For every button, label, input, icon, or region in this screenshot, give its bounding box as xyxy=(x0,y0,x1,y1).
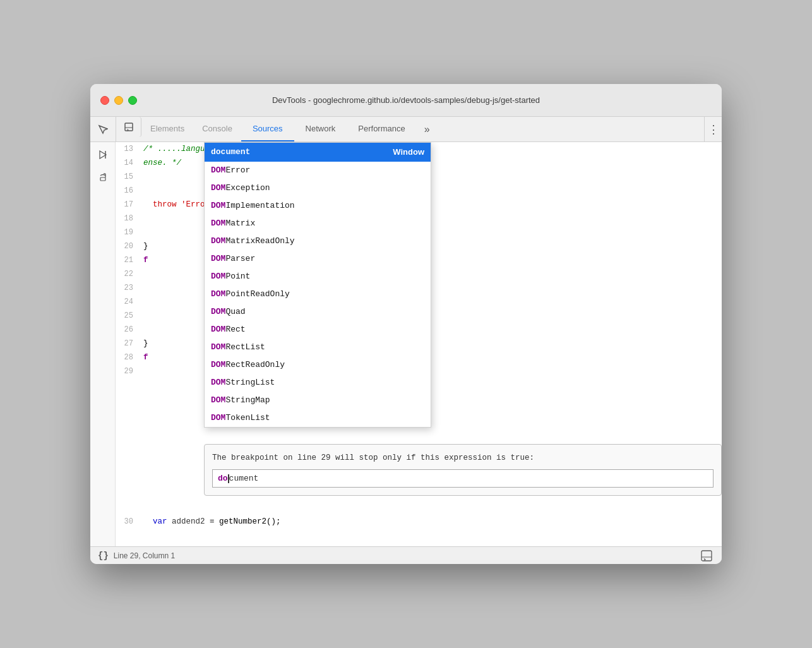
tab-list: Elements Console Sources Network Perform… xyxy=(116,117,704,141)
status-right xyxy=(699,548,714,563)
sidebar xyxy=(90,142,116,546)
autocomplete-item-DOMParser[interactable]: DOMParser xyxy=(205,250,431,268)
format-icon[interactable]: {} xyxy=(98,551,109,561)
tab-performance[interactable]: Performance xyxy=(347,117,416,141)
autocomplete-item-DOMMatrix[interactable]: DOMMatrix xyxy=(205,215,431,232)
autocomplete-header: document Window xyxy=(205,143,431,162)
autocomplete-item-DOMException[interactable]: DOMException xyxy=(205,179,431,197)
tab-elements[interactable]: Elements xyxy=(141,117,193,141)
toolbar-left xyxy=(90,117,116,141)
step-over-button[interactable] xyxy=(93,167,113,188)
inspect-icon[interactable] xyxy=(90,117,116,142)
breakpoint-message: The breakpoint on line 29 will stop only… xyxy=(212,453,534,462)
traffic-lights xyxy=(100,96,137,105)
autocomplete-item-DOMStringMap[interactable]: DOMStringMap xyxy=(205,392,431,409)
autocomplete-selected-item: document xyxy=(211,145,250,159)
toolbar: Elements Console Sources Network Perform… xyxy=(90,117,722,142)
tab-console[interactable]: Console xyxy=(193,117,241,141)
more-tabs-button[interactable]: » xyxy=(417,117,438,141)
autocomplete-item-DOMRect[interactable]: DOMRect xyxy=(205,321,431,339)
autocomplete-scope: Window xyxy=(393,145,424,159)
resume-button[interactable] xyxy=(93,145,113,165)
main-content: 13 /* .....language governing permission… xyxy=(90,142,722,546)
code-editor[interactable]: 13 /* .....language governing permission… xyxy=(116,142,722,546)
devtools-menu-button[interactable]: ⋮ xyxy=(704,117,722,142)
autocomplete-item-DOMStringList[interactable]: DOMStringList xyxy=(205,374,431,392)
autocomplete-item-DOMImplementation[interactable]: DOMImplementation xyxy=(205,197,431,215)
minimize-button[interactable] xyxy=(114,96,123,105)
status-bar: {} Line 29, Column 1 xyxy=(90,546,722,564)
breakpoint-tooltip: The breakpoint on line 29 will stop only… xyxy=(204,444,722,496)
autocomplete-item-DOMRectReadOnly[interactable]: DOMRectReadOnly xyxy=(205,356,431,374)
autocomplete-item-DOMQuad[interactable]: DOMQuad xyxy=(205,303,431,321)
autocomplete-item-DOMError[interactable]: DOMError xyxy=(205,162,431,179)
svg-rect-6 xyxy=(100,177,105,181)
console-toggle-button[interactable] xyxy=(699,548,714,563)
devtools-window: DevTools - googlechrome.github.io/devtoo… xyxy=(90,84,722,564)
fullscreen-button[interactable] xyxy=(128,96,137,105)
console-drawer-toggle[interactable] xyxy=(116,117,141,137)
svg-rect-0 xyxy=(125,123,133,131)
autocomplete-item-DOMMatrixReadOnly[interactable]: DOMMatrixReadOnly xyxy=(205,232,431,250)
code-line-30: 30 var addend2 = getNumber2(); xyxy=(116,515,722,529)
cursor-position: Line 29, Column 1 xyxy=(114,551,175,560)
status-left: {} Line 29, Column 1 xyxy=(98,551,175,561)
breakpoint-input[interactable]: document xyxy=(212,469,713,488)
autocomplete-item-DOMPointReadOnly[interactable]: DOMPointReadOnly xyxy=(205,285,431,303)
tab-sources[interactable]: Sources xyxy=(241,117,294,141)
title-bar: DevTools - googlechrome.github.io/devtoo… xyxy=(90,84,722,117)
window-title: DevTools - googlechrome.github.io/devtoo… xyxy=(272,95,540,105)
tab-network[interactable]: Network xyxy=(294,117,347,141)
close-button[interactable] xyxy=(100,96,109,105)
autocomplete-item-DOMTokenList[interactable]: DOMTokenList xyxy=(205,409,431,427)
autocomplete-dropdown[interactable]: document Window DOMError DOMException DO… xyxy=(204,142,431,428)
autocomplete-item-DOMPoint[interactable]: DOMPoint xyxy=(205,268,431,285)
svg-rect-7 xyxy=(702,551,712,561)
autocomplete-item-DOMRectList[interactable]: DOMRectList xyxy=(205,339,431,356)
